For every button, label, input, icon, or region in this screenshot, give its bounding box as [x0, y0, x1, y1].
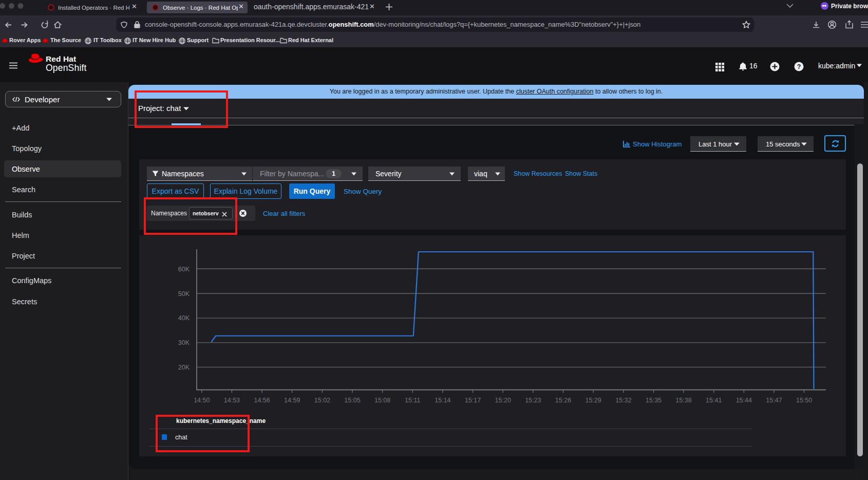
svg-text:15:05: 15:05 — [344, 397, 360, 404]
svg-text:15:20: 15:20 — [495, 397, 511, 404]
svg-text:15:14: 15:14 — [435, 397, 450, 404]
svg-text:50K: 50K — [178, 290, 190, 298]
svg-text:15:29: 15:29 — [585, 397, 601, 404]
svg-text:15:26: 15:26 — [555, 397, 571, 404]
svg-text:14:59: 14:59 — [284, 397, 300, 404]
svg-text:15:17: 15:17 — [465, 397, 481, 404]
svg-text:15:47: 15:47 — [766, 397, 782, 404]
svg-text:15:23: 15:23 — [525, 397, 541, 404]
svg-text:15:32: 15:32 — [615, 397, 631, 404]
svg-text:15:35: 15:35 — [646, 397, 662, 404]
svg-text:60K: 60K — [178, 266, 190, 273]
svg-text:15:41: 15:41 — [706, 397, 722, 404]
svg-text:15:38: 15:38 — [675, 397, 691, 404]
svg-text:14:53: 14:53 — [224, 397, 240, 404]
svg-text:15:02: 15:02 — [314, 397, 330, 404]
svg-text:15:08: 15:08 — [374, 397, 390, 404]
svg-text:?: ? — [797, 63, 801, 70]
svg-text:30K: 30K — [178, 339, 190, 346]
svg-text:15:44: 15:44 — [736, 397, 752, 404]
svg-text:15:11: 15:11 — [405, 397, 420, 404]
svg-text:20K: 20K — [178, 364, 190, 371]
svg-text:40K: 40K — [178, 315, 190, 322]
svg-text:14:50: 14:50 — [194, 397, 210, 404]
svg-text:15:50: 15:50 — [796, 397, 812, 404]
svg-text:14:56: 14:56 — [254, 397, 270, 404]
